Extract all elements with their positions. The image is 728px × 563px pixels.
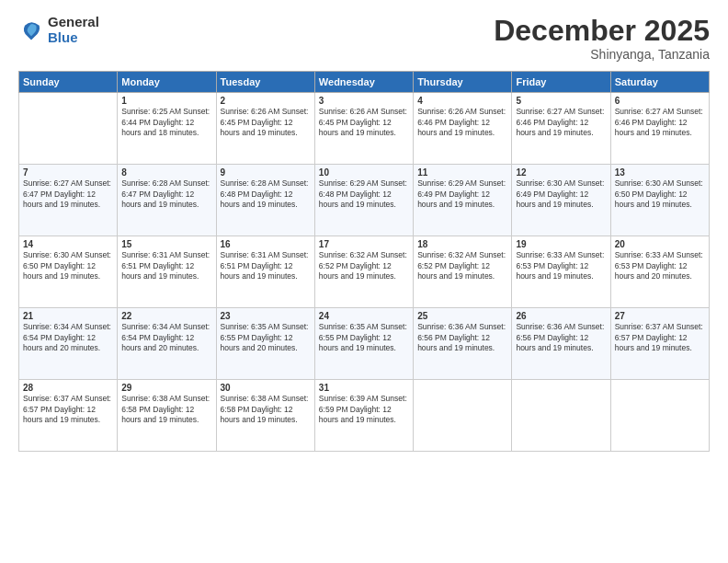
day-info: Sunrise: 6:31 AM Sunset: 6:51 PM Dayligh… xyxy=(221,250,311,282)
day-number: 16 xyxy=(221,239,311,249)
table-cell: 19Sunrise: 6:33 AM Sunset: 6:53 PM Dayli… xyxy=(512,236,610,308)
table-cell: 20Sunrise: 6:33 AM Sunset: 6:53 PM Dayli… xyxy=(610,236,709,308)
day-info: Sunrise: 6:34 AM Sunset: 6:54 PM Dayligh… xyxy=(121,322,211,353)
table-cell: 8Sunrise: 6:28 AM Sunset: 6:47 PM Daylig… xyxy=(118,165,216,236)
day-number: 10 xyxy=(319,167,409,178)
col-wednesday: Wednesday xyxy=(314,72,413,93)
calendar-row: 28Sunrise: 6:37 AM Sunset: 6:57 PM Dayli… xyxy=(19,380,710,452)
day-number: 1 xyxy=(121,96,211,106)
table-cell: 6Sunrise: 6:27 AM Sunset: 6:46 PM Daylig… xyxy=(610,93,709,165)
table-cell: 23Sunrise: 6:35 AM Sunset: 6:55 PM Dayli… xyxy=(216,308,314,380)
day-info: Sunrise: 6:26 AM Sunset: 6:46 PM Dayligh… xyxy=(417,107,507,138)
day-number: 3 xyxy=(319,96,409,106)
day-number: 12 xyxy=(516,167,606,178)
day-info: Sunrise: 6:31 AM Sunset: 6:51 PM Dayligh… xyxy=(121,250,211,282)
col-saturday: Saturday xyxy=(610,72,709,93)
day-info: Sunrise: 6:30 AM Sunset: 6:49 PM Dayligh… xyxy=(516,178,606,210)
header-row: Sunday Monday Tuesday Wednesday Thursday… xyxy=(19,72,710,93)
table-cell: 16Sunrise: 6:31 AM Sunset: 6:51 PM Dayli… xyxy=(216,236,314,308)
day-info: Sunrise: 6:39 AM Sunset: 6:59 PM Dayligh… xyxy=(319,394,409,425)
day-number: 21 xyxy=(23,311,113,321)
table-cell xyxy=(610,380,709,452)
main-title: December 2025 xyxy=(494,15,710,47)
table-cell: 9Sunrise: 6:28 AM Sunset: 6:48 PM Daylig… xyxy=(216,165,314,236)
day-number: 29 xyxy=(121,383,211,393)
day-number: 7 xyxy=(23,167,113,178)
day-number: 26 xyxy=(516,311,606,321)
day-info: Sunrise: 6:37 AM Sunset: 6:57 PM Dayligh… xyxy=(615,322,705,353)
calendar-row: 14Sunrise: 6:30 AM Sunset: 6:50 PM Dayli… xyxy=(19,236,710,308)
day-info: Sunrise: 6:25 AM Sunset: 6:44 PM Dayligh… xyxy=(121,107,211,138)
day-info: Sunrise: 6:36 AM Sunset: 6:56 PM Dayligh… xyxy=(417,322,507,353)
logo: General Blue xyxy=(18,15,99,45)
table-cell: 25Sunrise: 6:36 AM Sunset: 6:56 PM Dayli… xyxy=(414,308,512,380)
day-info: Sunrise: 6:28 AM Sunset: 6:47 PM Dayligh… xyxy=(121,178,211,210)
table-cell: 11Sunrise: 6:29 AM Sunset: 6:49 PM Dayli… xyxy=(414,165,512,236)
day-number: 11 xyxy=(417,167,507,178)
day-number: 24 xyxy=(319,311,409,321)
day-info: Sunrise: 6:28 AM Sunset: 6:48 PM Dayligh… xyxy=(221,178,311,210)
day-info: Sunrise: 6:32 AM Sunset: 6:52 PM Dayligh… xyxy=(417,250,507,282)
calendar-body: 1Sunrise: 6:25 AM Sunset: 6:44 PM Daylig… xyxy=(19,93,710,452)
title-block: December 2025 Shinyanga, Tanzania xyxy=(494,15,710,62)
table-cell: 12Sunrise: 6:30 AM Sunset: 6:49 PM Dayli… xyxy=(512,165,610,236)
table-cell: 26Sunrise: 6:36 AM Sunset: 6:56 PM Dayli… xyxy=(512,308,610,380)
day-info: Sunrise: 6:35 AM Sunset: 6:55 PM Dayligh… xyxy=(319,322,409,353)
day-info: Sunrise: 6:33 AM Sunset: 6:53 PM Dayligh… xyxy=(516,250,606,282)
day-info: Sunrise: 6:38 AM Sunset: 6:58 PM Dayligh… xyxy=(221,394,311,425)
day-number: 22 xyxy=(121,311,211,321)
day-info: Sunrise: 6:26 AM Sunset: 6:45 PM Dayligh… xyxy=(221,107,311,138)
day-info: Sunrise: 6:35 AM Sunset: 6:55 PM Dayligh… xyxy=(221,322,311,353)
table-header: Sunday Monday Tuesday Wednesday Thursday… xyxy=(19,72,710,93)
day-info: Sunrise: 6:30 AM Sunset: 6:50 PM Dayligh… xyxy=(615,178,705,210)
day-number: 14 xyxy=(23,239,113,249)
table-cell: 14Sunrise: 6:30 AM Sunset: 6:50 PM Dayli… xyxy=(19,236,118,308)
table-cell xyxy=(512,380,610,452)
day-info: Sunrise: 6:30 AM Sunset: 6:50 PM Dayligh… xyxy=(23,250,113,282)
day-number: 30 xyxy=(221,383,311,393)
table-cell xyxy=(19,93,118,165)
day-number: 9 xyxy=(221,167,311,178)
table-cell: 1Sunrise: 6:25 AM Sunset: 6:44 PM Daylig… xyxy=(118,93,216,165)
day-number: 20 xyxy=(615,239,705,249)
table-cell: 2Sunrise: 6:26 AM Sunset: 6:45 PM Daylig… xyxy=(216,93,314,165)
header: General Blue December 2025 Shinyanga, Ta… xyxy=(18,15,710,62)
day-number: 31 xyxy=(319,383,409,393)
day-number: 25 xyxy=(417,311,507,321)
page: General Blue December 2025 Shinyanga, Ta… xyxy=(0,0,728,563)
table-cell: 10Sunrise: 6:29 AM Sunset: 6:48 PM Dayli… xyxy=(314,165,413,236)
day-info: Sunrise: 6:26 AM Sunset: 6:45 PM Dayligh… xyxy=(319,107,409,138)
logo-text: General Blue xyxy=(48,15,99,45)
subtitle: Shinyanga, Tanzania xyxy=(494,47,710,62)
day-number: 15 xyxy=(121,239,211,249)
day-number: 5 xyxy=(516,96,606,106)
day-number: 13 xyxy=(615,167,705,178)
table-cell: 24Sunrise: 6:35 AM Sunset: 6:55 PM Dayli… xyxy=(314,308,413,380)
calendar-row: 7Sunrise: 6:27 AM Sunset: 6:47 PM Daylig… xyxy=(19,165,710,236)
table-cell: 3Sunrise: 6:26 AM Sunset: 6:45 PM Daylig… xyxy=(314,93,413,165)
calendar-row: 21Sunrise: 6:34 AM Sunset: 6:54 PM Dayli… xyxy=(19,308,710,380)
table-cell: 22Sunrise: 6:34 AM Sunset: 6:54 PM Dayli… xyxy=(118,308,216,380)
day-number: 8 xyxy=(121,167,211,178)
table-cell xyxy=(414,380,512,452)
day-number: 19 xyxy=(516,239,606,249)
day-info: Sunrise: 6:37 AM Sunset: 6:57 PM Dayligh… xyxy=(23,394,113,425)
col-monday: Monday xyxy=(118,72,216,93)
day-number: 28 xyxy=(23,383,113,393)
day-number: 4 xyxy=(417,96,507,106)
day-info: Sunrise: 6:27 AM Sunset: 6:46 PM Dayligh… xyxy=(615,107,705,138)
table-cell: 5Sunrise: 6:27 AM Sunset: 6:46 PM Daylig… xyxy=(512,93,610,165)
table-cell: 31Sunrise: 6:39 AM Sunset: 6:59 PM Dayli… xyxy=(314,380,413,452)
col-sunday: Sunday xyxy=(19,72,118,93)
table-cell: 7Sunrise: 6:27 AM Sunset: 6:47 PM Daylig… xyxy=(19,165,118,236)
day-number: 17 xyxy=(319,239,409,249)
day-number: 27 xyxy=(615,311,705,321)
table-cell: 28Sunrise: 6:37 AM Sunset: 6:57 PM Dayli… xyxy=(19,380,118,452)
table-cell: 27Sunrise: 6:37 AM Sunset: 6:57 PM Dayli… xyxy=(610,308,709,380)
calendar-row: 1Sunrise: 6:25 AM Sunset: 6:44 PM Daylig… xyxy=(19,93,710,165)
table-cell: 30Sunrise: 6:38 AM Sunset: 6:58 PM Dayli… xyxy=(216,380,314,452)
col-friday: Friday xyxy=(512,72,610,93)
logo-general-text: General xyxy=(48,15,99,30)
logo-blue-text: Blue xyxy=(48,30,99,46)
day-info: Sunrise: 6:32 AM Sunset: 6:52 PM Dayligh… xyxy=(319,250,409,282)
